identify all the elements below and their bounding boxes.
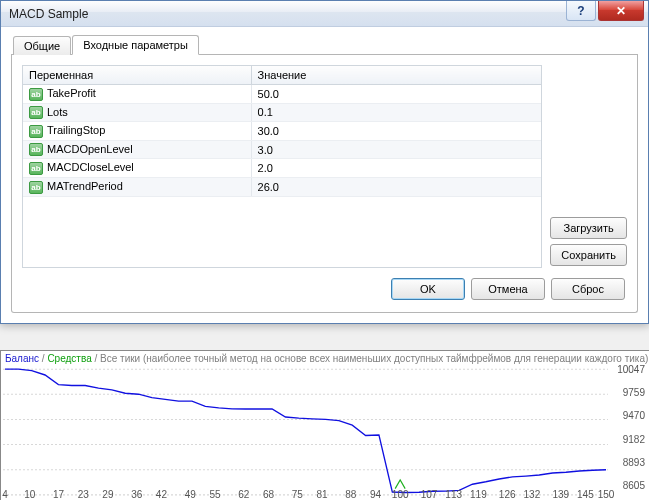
- variable-icon: ab: [29, 125, 43, 138]
- window-buttons: ? ✕: [566, 1, 648, 26]
- x-tick-label: 55: [209, 489, 220, 500]
- x-tick-label: 68: [263, 489, 274, 500]
- y-tick-label: 9759: [623, 387, 645, 398]
- tab-strip: Общие Входные параметры: [11, 33, 638, 55]
- inputs-table-wrap: Переменная Значение abTakeProfit50.0abLo…: [22, 65, 542, 268]
- variable-icon: ab: [29, 143, 43, 156]
- x-tick-label: 36: [131, 489, 142, 500]
- variable-cell[interactable]: abLots: [23, 103, 251, 122]
- x-tick-label: 126: [499, 489, 516, 500]
- save-button[interactable]: Сохранить: [550, 244, 627, 266]
- help-button[interactable]: ?: [566, 1, 596, 21]
- value-cell[interactable]: 50.0: [251, 85, 541, 104]
- bottom-buttons: OK Отмена Сброс: [22, 268, 627, 302]
- tab-general[interactable]: Общие: [13, 36, 71, 55]
- ok-button-label: OK: [420, 283, 436, 295]
- help-icon: ?: [577, 4, 584, 18]
- x-tick-label: 88: [345, 489, 356, 500]
- variable-name: TrailingStop: [47, 124, 105, 136]
- x-tick-label: 17: [53, 489, 64, 500]
- x-tick-label: 49: [185, 489, 196, 500]
- col-header-variable[interactable]: Переменная: [23, 66, 251, 85]
- x-tick-label: 42: [156, 489, 167, 500]
- variable-name: TakeProfit: [47, 87, 96, 99]
- table-row[interactable]: abMACDCloseLevel2.0: [23, 159, 541, 178]
- x-tick-label: 107: [421, 489, 438, 500]
- side-buttons: Загрузить Сохранить: [550, 65, 627, 268]
- value-cell[interactable]: 26.0: [251, 177, 541, 196]
- variable-name: MACDOpenLevel: [47, 143, 133, 155]
- close-icon: ✕: [616, 4, 626, 18]
- y-tick-label: 9470: [623, 410, 645, 421]
- variable-cell[interactable]: abMATrendPeriod: [23, 177, 251, 196]
- ok-button[interactable]: OK: [391, 278, 465, 300]
- y-tick-label: 10047: [617, 364, 645, 375]
- table-row[interactable]: abMACDOpenLevel3.0: [23, 140, 541, 159]
- y-tick-label: 8605: [623, 480, 645, 491]
- variable-name: MATrendPeriod: [47, 180, 123, 192]
- table-row[interactable]: abTrailingStop30.0: [23, 122, 541, 141]
- dialog-body: Общие Входные параметры Переменная Значе…: [1, 27, 648, 323]
- variable-icon: ab: [29, 106, 43, 119]
- inputs-table-empty-space: [23, 197, 541, 267]
- cancel-button[interactable]: Отмена: [471, 278, 545, 300]
- x-tick-label: 119: [470, 489, 487, 500]
- x-tick-label: 139: [552, 489, 569, 500]
- inputs-area: Переменная Значение abTakeProfit50.0abLo…: [22, 65, 627, 268]
- load-button[interactable]: Загрузить: [550, 217, 627, 239]
- tab-inputs-label: Входные параметры: [83, 39, 188, 51]
- equity-line: [5, 369, 606, 492]
- x-tick-label: 10: [24, 489, 35, 500]
- chart-x-axis: 4101723293642495562687581889410010711311…: [3, 488, 608, 500]
- chart-plot[interactable]: [3, 367, 608, 497]
- x-tick-label: 75: [292, 489, 303, 500]
- variable-cell[interactable]: abMACDOpenLevel: [23, 140, 251, 159]
- dialog-window: MACD Sample ? ✕ Общие Входные параметры …: [0, 0, 649, 324]
- x-tick-label: 132: [524, 489, 541, 500]
- save-button-label: Сохранить: [561, 249, 616, 261]
- value-cell[interactable]: 3.0: [251, 140, 541, 159]
- x-tick-label: 113: [445, 489, 462, 500]
- variable-cell[interactable]: abMACDCloseLevel: [23, 159, 251, 178]
- tab-inputs[interactable]: Входные параметры: [72, 35, 199, 55]
- variable-icon: ab: [29, 162, 43, 175]
- chart-caption-equity: Средства: [47, 353, 91, 364]
- load-button-label: Загрузить: [564, 222, 614, 234]
- variable-name: Lots: [47, 106, 68, 118]
- titlebar[interactable]: MACD Sample ? ✕: [1, 1, 648, 27]
- variable-icon: ab: [29, 181, 43, 194]
- x-tick-label: 4: [2, 489, 8, 500]
- tab-general-label: Общие: [24, 40, 60, 52]
- variable-cell[interactable]: abTakeProfit: [23, 85, 251, 104]
- y-tick-label: 9182: [623, 433, 645, 444]
- tab-panel-inputs: Переменная Значение abTakeProfit50.0abLo…: [11, 55, 638, 313]
- reset-button[interactable]: Сброс: [551, 278, 625, 300]
- col-header-value[interactable]: Значение: [251, 66, 541, 85]
- variable-name: MACDCloseLevel: [47, 161, 134, 173]
- x-tick-label: 23: [78, 489, 89, 500]
- chart-caption-balance: Баланс: [5, 353, 39, 364]
- reset-button-label: Сброс: [572, 283, 604, 295]
- variable-icon: ab: [29, 88, 43, 101]
- y-tick-label: 8893: [623, 456, 645, 467]
- value-cell[interactable]: 0.1: [251, 103, 541, 122]
- value-cell[interactable]: 30.0: [251, 122, 541, 141]
- close-button[interactable]: ✕: [598, 1, 644, 21]
- table-row[interactable]: abLots0.1: [23, 103, 541, 122]
- chart-y-axis: 1004797599470918288938605: [609, 367, 649, 497]
- cancel-button-label: Отмена: [488, 283, 527, 295]
- value-cell[interactable]: 2.0: [251, 159, 541, 178]
- x-tick-label: 62: [238, 489, 249, 500]
- table-row[interactable]: abTakeProfit50.0: [23, 85, 541, 104]
- chart-area: Баланс / Средства / Все тики (наиболее т…: [0, 350, 649, 500]
- table-row[interactable]: abMATrendPeriod26.0: [23, 177, 541, 196]
- inputs-table[interactable]: Переменная Значение abTakeProfit50.0abLo…: [23, 66, 541, 197]
- variable-cell[interactable]: abTrailingStop: [23, 122, 251, 141]
- chart-caption-rest: Все тики (наиболее точный метод на основ…: [100, 353, 649, 364]
- window-title: MACD Sample: [9, 7, 566, 21]
- chart-svg: [3, 367, 608, 497]
- x-tick-label: 145: [577, 489, 594, 500]
- x-tick-label: 94: [370, 489, 381, 500]
- chart-caption: Баланс / Средства / Все тики (наиболее т…: [1, 351, 649, 366]
- x-tick-label: 29: [102, 489, 113, 500]
